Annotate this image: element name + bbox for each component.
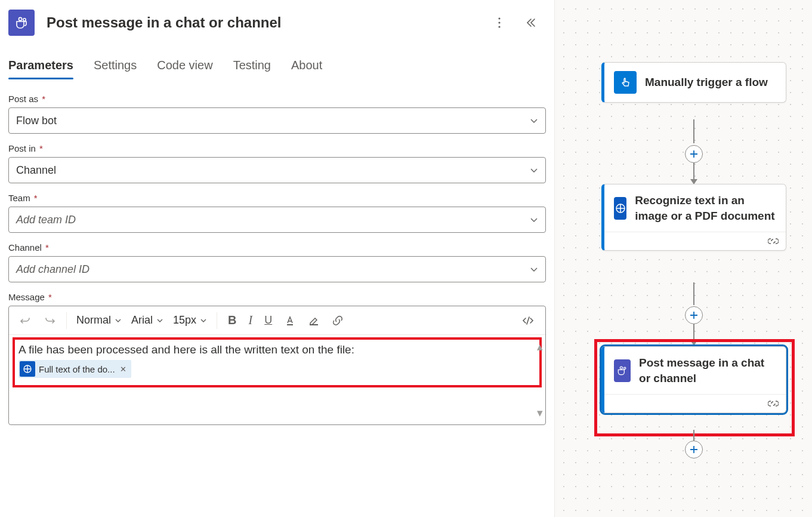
- select-post-as[interactable]: Flow bot: [8, 107, 546, 134]
- label-text: Team: [8, 193, 30, 203]
- label-post-in: Post in *: [8, 143, 546, 153]
- tab-code-view[interactable]: Code view: [157, 54, 212, 78]
- label-channel: Channel *: [8, 242, 546, 253]
- select-placeholder: Add team ID: [16, 214, 76, 226]
- link-button[interactable]: [327, 311, 348, 330]
- connector-line: [693, 324, 694, 341]
- connector-line: [693, 163, 694, 180]
- undo-button[interactable]: [15, 311, 36, 330]
- tab-settings[interactable]: Settings: [94, 54, 137, 78]
- card-title: Manually trigger a flow: [645, 75, 768, 90]
- editor-toolbar: Normal Arial 15px B I U: [9, 306, 545, 335]
- flow-card-trigger[interactable]: Manually trigger a flow: [601, 62, 786, 103]
- code-view-toggle[interactable]: [517, 311, 539, 330]
- annotation-highlight: A file has been processed and here is al…: [13, 337, 542, 387]
- add-step-button[interactable]: [685, 441, 703, 458]
- chevron-down-icon: [115, 317, 122, 324]
- tab-bar: Parameters Settings Code view Testing Ab…: [8, 54, 546, 78]
- connector-line: [693, 119, 694, 143]
- field-post-as: Post as * Flow bot: [8, 94, 546, 134]
- config-panel: Post message in a chat or channel Parame…: [0, 0, 555, 517]
- svg-rect-5: [287, 324, 293, 325]
- teams-icon: [8, 10, 35, 36]
- required-marker: *: [42, 94, 45, 104]
- label-text: Post as: [8, 94, 38, 104]
- dropdown-value: Arial: [131, 314, 153, 327]
- panel-header: Post message in a chat or channel: [8, 6, 546, 54]
- select-post-in[interactable]: Channel: [8, 157, 546, 183]
- message-text: A file has been processed and here is al…: [18, 343, 535, 356]
- chevron-down-icon: [200, 317, 207, 324]
- flow-card-recognize[interactable]: Recognize text in an image or a PDF docu…: [601, 184, 786, 251]
- required-marker: *: [39, 143, 43, 153]
- rich-text-editor: Normal Arial 15px B I U: [8, 306, 546, 425]
- required-marker: *: [48, 292, 52, 302]
- header-actions: [495, 14, 546, 32]
- select-value: Channel: [16, 164, 56, 177]
- remove-token-button[interactable]: ✕: [119, 365, 128, 374]
- token-label: Full text of the do...: [39, 364, 115, 374]
- highlight-button[interactable]: [303, 311, 325, 330]
- svg-point-2: [498, 17, 500, 19]
- toolbar-separator: [66, 312, 67, 329]
- label-text: Message: [8, 292, 45, 302]
- svg-point-0: [23, 19, 26, 21]
- connector-line: [693, 430, 694, 441]
- add-step-button[interactable]: [685, 306, 703, 324]
- font-family-dropdown[interactable]: Arial: [128, 312, 167, 329]
- select-team[interactable]: Add team ID: [8, 207, 546, 233]
- svg-point-1: [18, 17, 21, 20]
- label-message: Message *: [8, 292, 546, 302]
- scroll-indicator: ▴ ▾: [537, 340, 543, 420]
- ai-icon: [20, 361, 35, 377]
- svg-point-4: [498, 26, 500, 27]
- field-team: Team * Add team ID: [8, 193, 546, 233]
- label-text: Post in: [8, 143, 36, 153]
- panel-title: Post message in a chat or channel: [47, 14, 495, 31]
- card-title: Recognize text in an image or a PDF docu…: [635, 193, 776, 223]
- tab-about[interactable]: About: [291, 54, 322, 78]
- underline-button[interactable]: U: [260, 310, 277, 330]
- svg-rect-6: [310, 324, 318, 325]
- add-step-button[interactable]: [685, 145, 703, 163]
- required-marker: *: [45, 242, 49, 253]
- ai-icon: [614, 197, 626, 220]
- italic-button[interactable]: I: [244, 310, 258, 331]
- chevron-down-icon: [530, 265, 538, 273]
- label-post-as: Post as *: [8, 94, 546, 104]
- select-placeholder: Add channel ID: [16, 263, 89, 276]
- bold-button[interactable]: B: [223, 310, 241, 331]
- svg-point-3: [498, 21, 500, 23]
- font-size-dropdown[interactable]: 15px: [169, 312, 211, 329]
- select-channel[interactable]: Add channel ID: [8, 256, 546, 282]
- field-channel: Channel * Add channel ID: [8, 242, 546, 282]
- select-value: Flow bot: [16, 115, 57, 127]
- redo-button[interactable]: [39, 311, 60, 330]
- collapse-panel-button[interactable]: [522, 14, 540, 32]
- connector-line: [693, 282, 694, 305]
- scroll-up-icon: ▴: [537, 340, 543, 353]
- dropdown-value: Normal: [76, 314, 111, 327]
- label-text: Channel: [8, 242, 42, 253]
- dropdown-value: 15px: [173, 314, 196, 327]
- dynamic-content-token[interactable]: Full text of the do... ✕: [18, 360, 131, 378]
- field-post-in: Post in * Channel: [8, 143, 546, 183]
- flow-canvas[interactable]: Manually trigger a flow Recognize text i…: [555, 0, 812, 517]
- chevron-down-icon: [156, 317, 163, 324]
- font-color-button[interactable]: [279, 311, 301, 330]
- chevron-down-icon: [530, 166, 538, 174]
- link-icon[interactable]: [768, 237, 779, 245]
- card-footer: [604, 232, 786, 250]
- more-options-button[interactable]: [495, 14, 504, 32]
- scroll-down-icon: ▾: [537, 406, 543, 420]
- tab-testing[interactable]: Testing: [233, 54, 271, 78]
- paragraph-style-dropdown[interactable]: Normal: [73, 312, 125, 329]
- required-marker: *: [34, 193, 38, 203]
- tab-parameters[interactable]: Parameters: [8, 54, 73, 78]
- chevron-down-icon: [530, 116, 538, 125]
- touch-icon: [614, 71, 637, 94]
- annotation-highlight: [594, 339, 795, 436]
- chevron-down-icon: [530, 216, 538, 224]
- editor-content[interactable]: A file has been processed and here is al…: [9, 335, 545, 424]
- label-team: Team *: [8, 193, 546, 203]
